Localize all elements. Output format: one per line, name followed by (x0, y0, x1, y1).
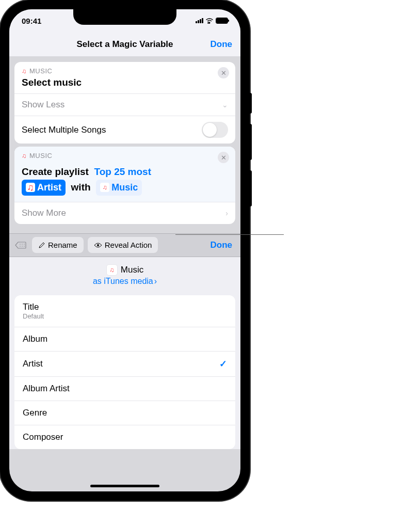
list-item-label: Title (23, 302, 44, 312)
list-item-label: Genre (23, 408, 47, 418)
music-app-icon: ♫ (106, 264, 118, 276)
list-item[interactable]: Genre (14, 401, 235, 425)
list-item[interactable]: Album Artist (14, 377, 235, 401)
nav-title: Select a Magic Variable (76, 39, 173, 50)
home-indicator[interactable] (90, 485, 159, 487)
create-playlist-text: Create playlist (22, 166, 89, 177)
list-item-label: Album Artist (23, 384, 70, 394)
app-label: MUSIC (29, 152, 52, 160)
wifi-icon (205, 18, 214, 24)
svg-point-4 (20, 246, 21, 247)
eye-icon (94, 242, 102, 248)
show-more-row[interactable]: Show More › (14, 202, 235, 224)
side-button (250, 93, 252, 114)
property-list: Title Default Album Artist ✓ Album Artis… (14, 295, 235, 449)
action-sentence: Create playlist Top 25 most ♫ Artist wit… (14, 162, 235, 202)
nav-bar: Select a Magic Variable Done (9, 32, 240, 57)
nav-done-button[interactable]: Done (211, 39, 233, 50)
toolbar-done-button[interactable]: Done (211, 240, 237, 250)
close-icon[interactable]: ✕ (218, 152, 229, 163)
volume-up-button (250, 124, 252, 160)
reveal-action-button[interactable]: Reveal Action (88, 237, 158, 253)
svg-point-5 (22, 246, 23, 247)
close-icon[interactable]: ✕ (218, 67, 229, 78)
callout-line (175, 234, 284, 235)
svg-point-0 (209, 22, 211, 24)
select-multiple-row: Select Multiple Songs (14, 116, 235, 144)
app-label: MUSIC (29, 67, 52, 75)
chevron-right-icon: › (225, 209, 228, 217)
list-item[interactable]: Composer (14, 425, 235, 449)
list-item[interactable]: Artist ✓ (14, 352, 235, 377)
list-item[interactable]: Album (14, 327, 235, 352)
svg-point-2 (22, 244, 23, 245)
action-card-create-playlist[interactable]: ♫ MUSIC ✕ Create playlist Top 25 most ♫ … (14, 147, 235, 224)
rename-button[interactable]: Rename (32, 237, 84, 253)
playlist-name-token[interactable]: Top 25 most (94, 166, 151, 177)
action-title: Select music (14, 77, 235, 93)
show-less-label: Show Less (22, 100, 64, 110)
pencil-icon (38, 242, 45, 249)
list-item-label: Composer (23, 432, 63, 442)
svg-point-6 (24, 246, 25, 247)
music-app-icon: ♫ (22, 152, 26, 160)
list-item[interactable]: Title Default (14, 295, 235, 327)
artist-variable-pill[interactable]: ♫ Artist (22, 180, 66, 196)
select-multiple-label: Select Multiple Songs (22, 125, 106, 135)
variable-header: ♫ Music as iTunes media › (9, 257, 240, 290)
property-list-section: Title Default Album Artist ✓ Album Artis… (9, 290, 240, 449)
svg-point-7 (97, 244, 99, 246)
list-item-label: Artist (23, 359, 43, 369)
phone-frame: 09:41 Select a Magic Variable Done ♫ MUS… (0, 0, 250, 501)
show-less-row[interactable]: Show Less ⌄ (14, 93, 235, 116)
screen: 09:41 Select a Magic Variable Done ♫ MUS… (9, 9, 240, 491)
music-note-icon: ♫ (27, 181, 34, 195)
signal-icon (196, 18, 203, 23)
show-more-label: Show More (22, 208, 66, 218)
checkmark-icon: ✓ (219, 358, 227, 370)
card-header: ♫ MUSIC ✕ (14, 147, 235, 162)
status-right (196, 18, 228, 24)
chevron-right-icon: › (154, 277, 157, 286)
chevron-down-icon: ⌄ (222, 101, 228, 109)
list-item-sublabel: Default (23, 312, 44, 320)
variable-name: ♫ Music (106, 264, 143, 276)
variable-type-link[interactable]: as iTunes media › (93, 277, 157, 286)
select-multiple-toggle[interactable] (202, 122, 228, 138)
list-item-label: Album (23, 334, 47, 344)
svg-point-3 (24, 244, 25, 245)
with-text: with (71, 181, 91, 192)
notch (73, 9, 176, 25)
action-card-select-music[interactable]: ♫ MUSIC ✕ Select music Show Less ⌄ Selec… (14, 62, 235, 144)
volume-down-button (250, 170, 252, 206)
svg-point-1 (20, 244, 21, 245)
card-header: ♫ MUSIC ✕ (14, 62, 235, 77)
music-variable-pill[interactable]: ♫ Music (96, 180, 142, 196)
music-app-icon: ♫ (22, 68, 26, 75)
music-note-icon: ♫ (103, 183, 107, 192)
keyboard-back-button[interactable] (13, 238, 28, 252)
battery-icon (216, 18, 228, 24)
status-time: 09:41 (22, 17, 41, 25)
variable-toolbar: Rename Reveal Action Done (9, 233, 240, 257)
content-area: ♫ MUSIC ✕ Select music Show Less ⌄ Selec… (9, 57, 240, 233)
